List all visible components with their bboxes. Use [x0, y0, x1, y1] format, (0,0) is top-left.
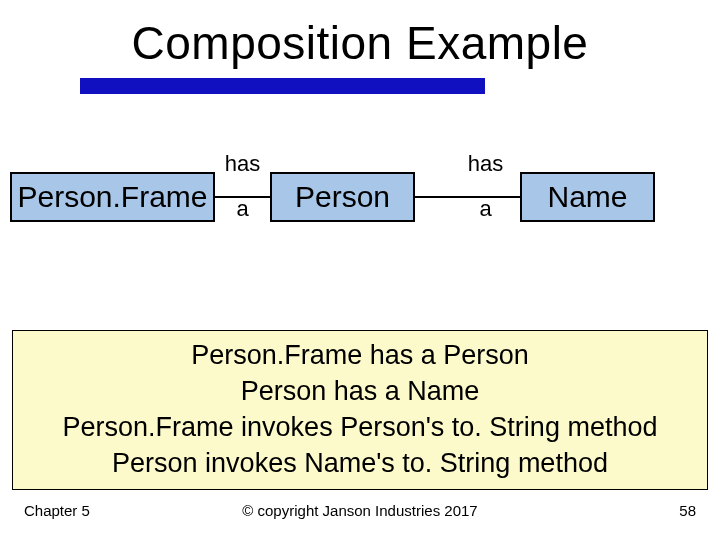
body-line-1: Person.Frame has a Person — [191, 337, 529, 373]
slide: Composition Example has a has a Person.F… — [0, 0, 720, 540]
box-person-frame: Person.Frame — [10, 172, 215, 222]
footer-center: © copyright Janson Industries 2017 — [0, 502, 720, 519]
footer-right: 58 — [679, 502, 696, 519]
link-1-label-top: has — [220, 153, 265, 175]
body-text-box: Person.Frame has a Person Person has a N… — [12, 330, 708, 490]
body-line-2: Person has a Name — [241, 373, 480, 409]
footer: Chapter 5 © copyright Janson Industries … — [0, 502, 720, 522]
body-line-4: Person invokes Name's to. String method — [112, 445, 608, 481]
box-name: Name — [520, 172, 655, 222]
box-person: Person — [270, 172, 415, 222]
link-1-label-bottom: a — [220, 198, 265, 220]
title-underline — [80, 78, 485, 94]
slide-title: Composition Example — [0, 16, 720, 70]
link-2-label-bottom: a — [458, 198, 513, 220]
link-2-label-top: has — [458, 153, 513, 175]
composition-diagram: has a has a Person.Frame Person Name — [0, 172, 720, 232]
body-line-3: Person.Frame invokes Person's to. String… — [63, 409, 658, 445]
